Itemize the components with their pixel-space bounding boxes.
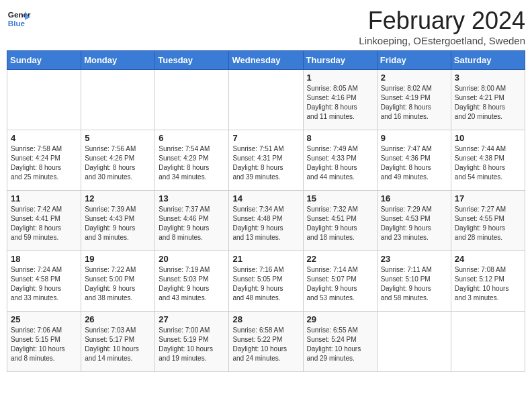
day-number: 24: [455, 254, 521, 264]
day-of-week-header: Thursday: [303, 51, 377, 70]
day-of-week-header: Monday: [81, 51, 155, 70]
calendar-day-cell: 17Sunrise: 7:27 AM Sunset: 4:55 PM Dayli…: [451, 191, 525, 251]
calendar-header-row: SundayMondayTuesdayWednesdayThursdayFrid…: [7, 51, 525, 70]
day-detail: Sunrise: 8:00 AM Sunset: 4:21 PM Dayligh…: [455, 84, 521, 122]
day-detail: Sunrise: 7:37 AM Sunset: 4:46 PM Dayligh…: [159, 205, 225, 242]
day-of-week-header: Wednesday: [229, 51, 303, 70]
day-detail: Sunrise: 7:24 AM Sunset: 4:58 PM Dayligh…: [11, 265, 77, 303]
calendar-day-cell: 2Sunrise: 8:02 AM Sunset: 4:19 PM Daylig…: [377, 70, 451, 130]
calendar-week-row: 25Sunrise: 7:06 AM Sunset: 5:15 PM Dayli…: [7, 312, 525, 372]
day-detail: Sunrise: 7:34 AM Sunset: 4:48 PM Dayligh…: [232, 205, 299, 242]
calendar-day-cell: 27Sunrise: 7:00 AM Sunset: 5:19 PM Dayli…: [155, 312, 229, 372]
day-number: 17: [455, 193, 521, 203]
day-number: 26: [85, 314, 151, 324]
calendar-day-cell: 6Sunrise: 7:54 AM Sunset: 4:29 PM Daylig…: [155, 130, 229, 191]
calendar-day-cell: 15Sunrise: 7:32 AM Sunset: 4:51 PM Dayli…: [303, 191, 377, 251]
calendar-day-cell: 1Sunrise: 8:05 AM Sunset: 4:16 PM Daylig…: [303, 70, 377, 130]
day-number: 23: [381, 254, 447, 264]
day-detail: Sunrise: 8:05 AM Sunset: 4:16 PM Dayligh…: [307, 84, 373, 122]
day-number: 14: [232, 193, 299, 203]
day-number: 29: [307, 314, 373, 324]
day-detail: Sunrise: 7:47 AM Sunset: 4:36 PM Dayligh…: [381, 144, 447, 182]
svg-text:Blue: Blue: [8, 19, 26, 28]
calendar-day-cell: 20Sunrise: 7:19 AM Sunset: 5:03 PM Dayli…: [155, 251, 229, 312]
calendar-day-cell: 11Sunrise: 7:42 AM Sunset: 4:41 PM Dayli…: [7, 191, 81, 251]
day-number: 4: [11, 133, 77, 143]
calendar-day-cell: [229, 70, 303, 130]
day-detail: Sunrise: 7:03 AM Sunset: 5:17 PM Dayligh…: [85, 326, 151, 363]
page-header: General Blue February 2024 Linkoeping, O…: [7, 7, 525, 46]
calendar-day-cell: 4Sunrise: 7:58 AM Sunset: 4:24 PM Daylig…: [7, 130, 81, 191]
day-detail: Sunrise: 7:27 AM Sunset: 4:55 PM Dayligh…: [455, 205, 521, 242]
day-number: 19: [85, 254, 151, 264]
day-number: 7: [232, 133, 299, 143]
calendar-day-cell: 8Sunrise: 7:49 AM Sunset: 4:33 PM Daylig…: [303, 130, 377, 191]
calendar-day-cell: 19Sunrise: 7:22 AM Sunset: 5:00 PM Dayli…: [81, 251, 155, 312]
calendar-day-cell: 29Sunrise: 6:55 AM Sunset: 5:24 PM Dayli…: [303, 312, 377, 372]
day-number: 13: [159, 193, 225, 203]
day-number: 8: [307, 133, 373, 143]
month-title: February 2024: [359, 7, 525, 35]
calendar-day-cell: [7, 70, 81, 130]
calendar-day-cell: [377, 312, 451, 372]
day-number: 9: [381, 133, 447, 143]
day-detail: Sunrise: 7:58 AM Sunset: 4:24 PM Dayligh…: [11, 144, 77, 182]
day-number: 28: [232, 314, 299, 324]
calendar-day-cell: 12Sunrise: 7:39 AM Sunset: 4:43 PM Dayli…: [81, 191, 155, 251]
day-number: 2: [381, 73, 447, 83]
day-of-week-header: Tuesday: [155, 51, 229, 70]
day-number: 11: [11, 193, 77, 203]
calendar-day-cell: 3Sunrise: 8:00 AM Sunset: 4:21 PM Daylig…: [451, 70, 525, 130]
calendar-day-cell: 23Sunrise: 7:11 AM Sunset: 5:10 PM Dayli…: [377, 251, 451, 312]
day-number: 12: [85, 193, 151, 203]
calendar-day-cell: 13Sunrise: 7:37 AM Sunset: 4:46 PM Dayli…: [155, 191, 229, 251]
day-detail: Sunrise: 7:08 AM Sunset: 5:12 PM Dayligh…: [455, 265, 521, 303]
day-of-week-header: Sunday: [7, 51, 81, 70]
calendar-day-cell: 16Sunrise: 7:29 AM Sunset: 4:53 PM Dayli…: [377, 191, 451, 251]
calendar-day-cell: 22Sunrise: 7:14 AM Sunset: 5:07 PM Dayli…: [303, 251, 377, 312]
calendar-day-cell: 24Sunrise: 7:08 AM Sunset: 5:12 PM Dayli…: [451, 251, 525, 312]
calendar-table: SundayMondayTuesdayWednesdayThursdayFrid…: [7, 50, 525, 372]
calendar-day-cell: 5Sunrise: 7:56 AM Sunset: 4:26 PM Daylig…: [81, 130, 155, 191]
day-detail: Sunrise: 7:32 AM Sunset: 4:51 PM Dayligh…: [307, 205, 373, 242]
calendar-day-cell: [155, 70, 229, 130]
location-title: Linkoeping, OEstergoetland, Sweden: [359, 35, 525, 46]
day-number: 10: [455, 133, 521, 143]
calendar-day-cell: 26Sunrise: 7:03 AM Sunset: 5:17 PM Dayli…: [81, 312, 155, 372]
logo: General Blue: [7, 7, 31, 31]
calendar-day-cell: 18Sunrise: 7:24 AM Sunset: 4:58 PM Dayli…: [7, 251, 81, 312]
day-number: 15: [307, 193, 373, 203]
day-detail: Sunrise: 7:49 AM Sunset: 4:33 PM Dayligh…: [307, 144, 373, 182]
day-detail: Sunrise: 7:00 AM Sunset: 5:19 PM Dayligh…: [159, 326, 225, 363]
day-detail: Sunrise: 7:29 AM Sunset: 4:53 PM Dayligh…: [381, 205, 447, 242]
day-number: 16: [381, 193, 447, 203]
day-detail: Sunrise: 7:44 AM Sunset: 4:38 PM Dayligh…: [455, 144, 521, 182]
day-of-week-header: Saturday: [451, 51, 525, 70]
day-number: 1: [307, 73, 373, 83]
calendar-day-cell: 14Sunrise: 7:34 AM Sunset: 4:48 PM Dayli…: [229, 191, 303, 251]
day-detail: Sunrise: 7:51 AM Sunset: 4:31 PM Dayligh…: [232, 144, 299, 182]
calendar-day-cell: 9Sunrise: 7:47 AM Sunset: 4:36 PM Daylig…: [377, 130, 451, 191]
day-detail: Sunrise: 7:54 AM Sunset: 4:29 PM Dayligh…: [159, 144, 225, 182]
calendar-week-row: 11Sunrise: 7:42 AM Sunset: 4:41 PM Dayli…: [7, 191, 525, 251]
day-detail: Sunrise: 8:02 AM Sunset: 4:19 PM Dayligh…: [381, 84, 447, 122]
day-detail: Sunrise: 7:16 AM Sunset: 5:05 PM Dayligh…: [232, 265, 299, 303]
calendar-day-cell: 10Sunrise: 7:44 AM Sunset: 4:38 PM Dayli…: [451, 130, 525, 191]
day-detail: Sunrise: 7:39 AM Sunset: 4:43 PM Dayligh…: [85, 205, 151, 242]
calendar-day-cell: 25Sunrise: 7:06 AM Sunset: 5:15 PM Dayli…: [7, 312, 81, 372]
calendar-day-cell: 21Sunrise: 7:16 AM Sunset: 5:05 PM Dayli…: [229, 251, 303, 312]
day-number: 6: [159, 133, 225, 143]
day-detail: Sunrise: 7:11 AM Sunset: 5:10 PM Dayligh…: [381, 265, 447, 303]
day-number: 20: [159, 254, 225, 264]
day-number: 21: [232, 254, 299, 264]
calendar-week-row: 18Sunrise: 7:24 AM Sunset: 4:58 PM Dayli…: [7, 251, 525, 312]
calendar-day-cell: [451, 312, 525, 372]
day-of-week-header: Friday: [377, 51, 451, 70]
day-detail: Sunrise: 6:58 AM Sunset: 5:22 PM Dayligh…: [232, 326, 299, 363]
day-detail: Sunrise: 7:06 AM Sunset: 5:15 PM Dayligh…: [11, 326, 77, 363]
day-detail: Sunrise: 7:56 AM Sunset: 4:26 PM Dayligh…: [85, 144, 151, 182]
logo-icon: General Blue: [7, 7, 31, 31]
day-detail: Sunrise: 6:55 AM Sunset: 5:24 PM Dayligh…: [307, 326, 373, 363]
day-number: 3: [455, 73, 521, 83]
calendar-week-row: 4Sunrise: 7:58 AM Sunset: 4:24 PM Daylig…: [7, 130, 525, 191]
